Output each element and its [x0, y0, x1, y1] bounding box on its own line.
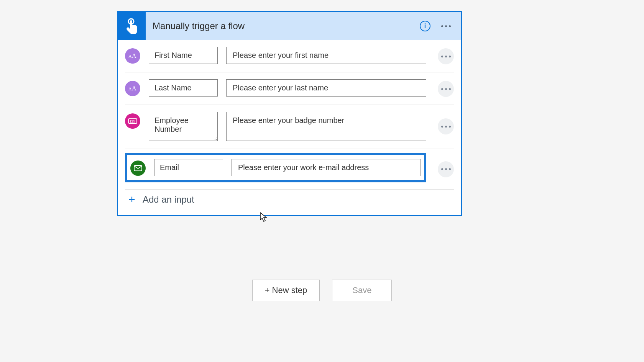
svg-text:A: A [132, 52, 136, 59]
svg-text:A: A [128, 54, 132, 59]
touch-icon [125, 18, 139, 34]
ellipsis-icon [441, 168, 451, 170]
row-menu-button[interactable] [438, 161, 454, 177]
footer-buttons: + New step Save [0, 280, 644, 301]
info-icon[interactable]: i [420, 21, 430, 31]
highlighted-input [125, 153, 426, 182]
input-description-field[interactable] [226, 79, 426, 97]
ellipsis-icon [441, 56, 451, 57]
save-button[interactable]: Save [332, 280, 392, 301]
trigger-card: Manually trigger a flow i AAAA123Employe… [117, 11, 462, 216]
new-step-button[interactable]: + New step [252, 280, 320, 301]
input-description-field[interactable] [226, 47, 426, 64]
input-row-wrap [118, 149, 461, 188]
input-name-field[interactable] [149, 79, 218, 97]
ellipsis-icon [441, 126, 451, 128]
row-menu-button[interactable] [438, 48, 454, 64]
number-icon: 123 [125, 113, 140, 129]
row-menu-button[interactable] [438, 118, 454, 134]
svg-text:A: A [132, 85, 136, 92]
input-row [130, 159, 421, 176]
input-row-wrap: AA [118, 40, 461, 72]
svg-text:A: A [128, 86, 132, 92]
input-row: AA [125, 40, 454, 72]
row-menu-button[interactable] [438, 81, 454, 97]
input-description-field[interactable]: Please enter your badge number [226, 112, 426, 141]
text-icon: AA [125, 48, 140, 64]
ellipsis-icon [441, 88, 451, 90]
input-name-field[interactable] [149, 47, 218, 64]
add-input-button[interactable]: + Add an input [118, 190, 461, 206]
input-row-wrap: 123Employee NumberPlease enter your badg… [118, 105, 461, 149]
trigger-body: AAAA123Employee NumberPlease enter your … [118, 40, 461, 215]
input-name-field[interactable]: Employee Number [149, 112, 218, 141]
plus-icon: + [127, 194, 137, 205]
text-icon: AA [125, 81, 140, 96]
input-row-wrap: AA [118, 72, 461, 105]
svg-text:123: 123 [130, 120, 135, 123]
trigger-title: Manually trigger a flow [146, 21, 420, 31]
input-row: AA [125, 72, 454, 105]
input-description-field[interactable] [232, 159, 421, 176]
input-name-field[interactable] [154, 159, 223, 176]
trigger-icon-box [118, 12, 146, 40]
card-menu-icon[interactable] [441, 25, 451, 27]
email-icon [130, 161, 146, 176]
add-input-label: Add an input [143, 194, 194, 205]
input-row: 123Employee NumberPlease enter your badg… [125, 105, 454, 149]
trigger-header[interactable]: Manually trigger a flow i [118, 12, 461, 40]
